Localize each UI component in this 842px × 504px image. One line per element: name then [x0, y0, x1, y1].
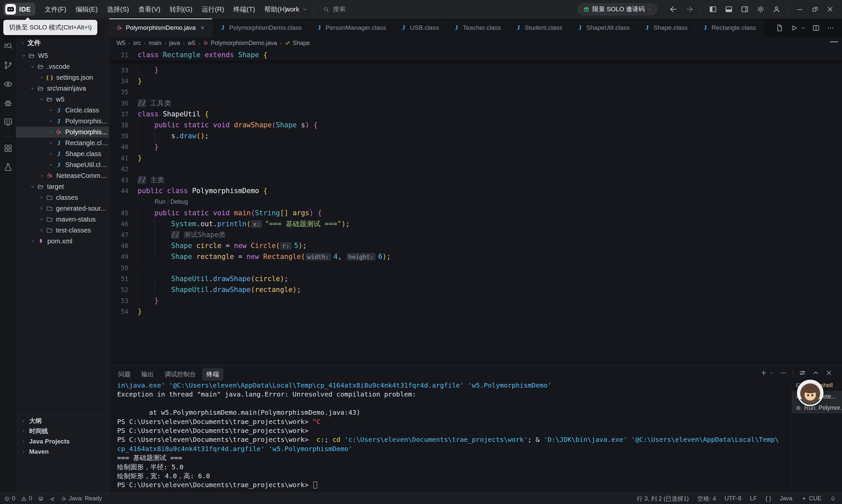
- editor-tab[interactable]: PolymorphismDemo.java: [109, 19, 212, 37]
- run-dropdown-icon[interactable]: [801, 25, 806, 31]
- tree-item[interactable]: JShape.class: [16, 148, 109, 159]
- navigate-forward-button[interactable]: [685, 5, 694, 14]
- editor-tab[interactable]: JPersonManager.class: [309, 19, 393, 37]
- tree-item[interactable]: NeteaseComme...: [16, 170, 109, 181]
- new-file-icon[interactable]: [775, 24, 784, 32]
- activity-extensions-icon[interactable]: [3, 144, 13, 153]
- toggle-panel-button[interactable]: [724, 5, 733, 14]
- status-language-mode[interactable]: Java: [780, 495, 792, 502]
- tree-item[interactable]: classes: [16, 192, 109, 203]
- menu-f[interactable]: 文件(F): [40, 0, 71, 19]
- debug-lens[interactable]: Debug: [171, 198, 188, 205]
- menu-t[interactable]: 终端(T): [229, 0, 260, 19]
- editor-tab[interactable]: JUSB.class: [393, 19, 446, 37]
- sidebar-section-java-projects[interactable]: Java Projects: [16, 436, 109, 447]
- tree-item[interactable]: Polymorphis...: [16, 127, 109, 138]
- status-warnings[interactable]: 0: [21, 495, 32, 502]
- activity-search-icon[interactable]: [3, 42, 13, 51]
- global-search[interactable]: 搜索: [323, 0, 346, 19]
- tree-item[interactable]: target: [16, 181, 109, 192]
- tree-item[interactable]: .vscode: [16, 61, 109, 72]
- tree-item[interactable]: src\main\java: [16, 83, 109, 94]
- ide-logo-button[interactable]: IDE: [3, 3, 35, 16]
- split-editor-icon[interactable]: [812, 24, 820, 32]
- breadcrumb-item[interactable]: src: [133, 40, 141, 47]
- status-notifications[interactable]: [830, 496, 836, 502]
- sidebar-section-时间线[interactable]: 时间线: [16, 426, 109, 436]
- sidebar-section-maven[interactable]: Maven: [16, 447, 109, 457]
- tree-item[interactable]: pom.xml: [16, 236, 109, 247]
- solo-invite-badge[interactable]: 限量 SOLO 邀请码: [578, 3, 657, 15]
- panel-tab-终端[interactable]: 终端: [202, 368, 223, 381]
- new-terminal-button[interactable]: [760, 369, 768, 377]
- editor-tab[interactable]: JStudent.class: [508, 19, 569, 37]
- breadcrumb-item[interactable]: main: [148, 40, 161, 47]
- sidebar-section-大纲[interactable]: 大纲: [16, 416, 109, 426]
- status-cursor-position[interactable]: 行 3, 列 2 (已选择1): [637, 495, 689, 503]
- status-indentation[interactable]: 空格: 4: [697, 495, 716, 503]
- tree-item[interactable]: { }settings.json: [16, 72, 109, 83]
- breadcrumb-item[interactable]: w5: [188, 40, 195, 47]
- menu-r[interactable]: 运行(R): [197, 0, 229, 19]
- terminal-profile-dropdown[interactable]: [769, 371, 774, 375]
- terminal-more-button[interactable]: [779, 369, 787, 377]
- tree-item[interactable]: JCircle.class: [16, 105, 109, 116]
- menu-v[interactable]: 查看(V): [134, 0, 165, 19]
- status-java-status[interactable]: Java: Ready: [61, 495, 102, 502]
- tree-item[interactable]: generated-sour...: [16, 203, 109, 214]
- status-language-braces[interactable]: { }: [766, 495, 771, 502]
- activity-preview-icon[interactable]: [3, 79, 13, 89]
- status-feedback[interactable]: [49, 496, 55, 502]
- assistant-avatar[interactable]: [797, 380, 823, 406]
- tree-item[interactable]: w5: [16, 94, 109, 105]
- tree-item[interactable]: JShapeUtil.class: [16, 159, 109, 170]
- breadcrumb-item[interactable]: PolymorphismDemo.java: [203, 40, 277, 47]
- status-errors[interactable]: 0: [4, 495, 15, 502]
- run-lens[interactable]: Run: [155, 198, 165, 205]
- terminal-output[interactable]: in\java.exe' '@C:\Users\eleven\AppData\L…: [117, 381, 789, 491]
- tree-item[interactable]: W5: [16, 50, 109, 61]
- activity-debug-icon[interactable]: [3, 98, 13, 108]
- menu-e[interactable]: 编辑(E): [71, 0, 102, 19]
- breadcrumb-item[interactable]: java: [169, 40, 180, 47]
- run-icon[interactable]: [790, 24, 798, 32]
- minimap-thumb[interactable]: [830, 41, 838, 42]
- maximize-panel-button[interactable]: [812, 369, 820, 377]
- toggle-secondary-sidebar-button[interactable]: [740, 5, 749, 14]
- account-icon[interactable]: [772, 5, 781, 14]
- editor-tab[interactable]: JShape.class: [637, 19, 695, 37]
- window-close-button[interactable]: [826, 5, 834, 13]
- window-restore-button[interactable]: [811, 5, 819, 13]
- navigate-back-button[interactable]: [669, 5, 678, 14]
- window-minimize-button[interactable]: [796, 5, 804, 13]
- settings-gear-icon[interactable]: [756, 5, 765, 14]
- editor-tab[interactable]: JRectangle.class: [695, 19, 763, 37]
- terminal-tune-icon[interactable]: [799, 369, 806, 377]
- status-ports[interactable]: [38, 496, 44, 502]
- activity-chat-icon[interactable]: [3, 117, 13, 127]
- close-tab-icon[interactable]: [200, 25, 205, 31]
- editor-tab[interactable]: JPolymorphismDemo.class: [212, 19, 309, 37]
- sticky-scroll-line[interactable]: 21 class Rectangle extends Shape {: [109, 49, 842, 61]
- menu-g[interactable]: 转到(G): [165, 0, 197, 19]
- menu-s[interactable]: 选择(S): [102, 0, 134, 19]
- editor-tab[interactable]: JTeacher.class: [446, 19, 508, 37]
- tree-item[interactable]: JPolymorphis...: [16, 116, 109, 127]
- more-actions-icon[interactable]: [826, 24, 835, 32]
- tree-item[interactable]: test-classes: [16, 225, 109, 236]
- panel-tab-调试控制台[interactable]: 调试控制台: [160, 368, 200, 381]
- status-encoding[interactable]: UTF-8: [724, 495, 741, 502]
- toggle-sidebar-button[interactable]: [708, 5, 717, 14]
- code-editor[interactable]: 21 class Rectangle extends Shape { 33 }3…: [109, 49, 842, 365]
- status-eol[interactable]: LF: [750, 495, 757, 502]
- tree-item[interactable]: maven-status: [16, 214, 109, 225]
- editor-tab[interactable]: JShapeUtil.class: [569, 19, 637, 37]
- activity-source-control-icon[interactable]: [3, 60, 13, 70]
- activity-testing-icon[interactable]: [3, 162, 13, 172]
- explorer-section-header[interactable]: 文件: [20, 38, 41, 47]
- run-debug-code-lens[interactable]: Run | Debug: [155, 196, 188, 208]
- breadcrumb-item[interactable]: Shape: [285, 40, 310, 47]
- tree-item[interactable]: JRectangle.class: [16, 138, 109, 148]
- panel-tab-输出[interactable]: 输出: [137, 368, 158, 381]
- workspace-switcher[interactable]: work: [285, 0, 307, 19]
